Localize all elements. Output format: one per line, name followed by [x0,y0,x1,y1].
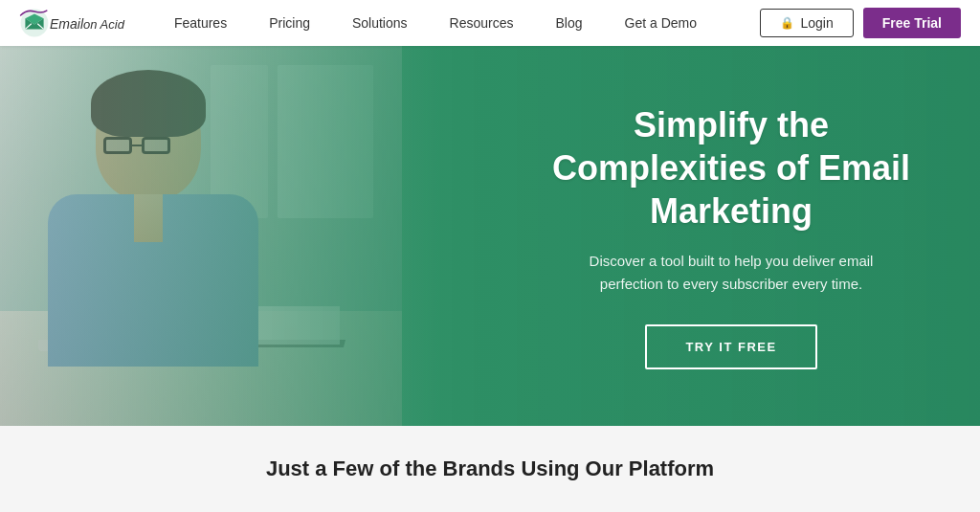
brands-section: Just a Few of the Brands Using Our Platf… [0,426,980,512]
nav-item-get-a-demo[interactable]: Get a Demo [604,0,718,46]
nav-links: Features Pricing Solutions Resources Blo… [153,0,761,46]
lock-icon: 🔒 [780,16,794,30]
nav-actions: 🔒 Login Free Trial [760,8,961,38]
nav-item-pricing[interactable]: Pricing [248,0,331,46]
hero-title: Simplify the Complexities of Email Marke… [540,103,923,233]
try-free-button[interactable]: TRY IT FREE [645,324,816,369]
logo-icon [19,8,50,38]
nav-item-resources[interactable]: Resources [429,0,535,46]
hero-section: Simplify the Complexities of Email Marke… [0,46,980,426]
brands-title: Just a Few of the Brands Using Our Platf… [266,456,714,481]
main-nav: Emailon Acid Features Pricing Solutions … [0,0,980,46]
free-trial-button[interactable]: Free Trial [863,8,961,38]
logo-text: Emailon Acid [50,13,124,33]
logo[interactable]: Emailon Acid [19,8,124,38]
nav-item-features[interactable]: Features [153,0,248,46]
login-button[interactable]: 🔒 Login [760,9,853,37]
nav-item-blog[interactable]: Blog [534,0,603,46]
nav-item-solutions[interactable]: Solutions [331,0,429,46]
hero-content: Simplify the Complexities of Email Marke… [482,46,980,426]
hero-subtitle: Discover a tool built to help you delive… [578,250,884,296]
